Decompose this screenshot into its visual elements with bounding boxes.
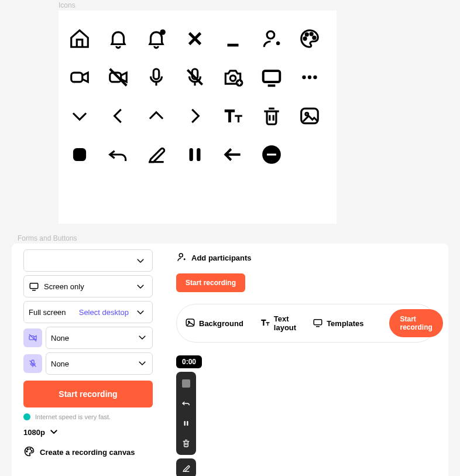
undo-icon bbox=[104, 141, 132, 169]
mic-toggle[interactable] bbox=[23, 354, 42, 373]
camera-select-label: None bbox=[51, 334, 137, 343]
tool-trash[interactable] bbox=[178, 435, 194, 451]
seg-background[interactable]: Background bbox=[183, 314, 246, 333]
arrow-left-icon bbox=[219, 141, 247, 169]
svg-rect-12 bbox=[263, 71, 280, 82]
forms-left: Screen only Full screen Select desktop N… bbox=[23, 249, 153, 476]
svg-rect-6 bbox=[71, 73, 83, 82]
select-desktop-link[interactable]: Select desktop bbox=[79, 308, 129, 317]
status-row: Internet speed is very fast. bbox=[23, 413, 153, 420]
source-select[interactable]: Screen only bbox=[23, 275, 153, 297]
create-canvas-label: Create a recording canvas bbox=[40, 448, 135, 457]
svg-point-14 bbox=[308, 76, 311, 79]
camera-row: None bbox=[23, 327, 153, 349]
chevron-down-icon bbox=[133, 255, 147, 266]
start-recording-small-button[interactable]: Start recording bbox=[176, 273, 245, 292]
chevron-down-icon bbox=[49, 426, 59, 439]
svg-rect-34 bbox=[187, 421, 188, 426]
svg-rect-19 bbox=[189, 148, 193, 161]
remove-icon bbox=[258, 141, 286, 169]
bell-badge-icon bbox=[142, 25, 170, 53]
svg-point-3 bbox=[306, 33, 308, 36]
close-icon bbox=[181, 25, 209, 53]
quality-label: 1080p bbox=[23, 428, 45, 437]
chevron-down-icon bbox=[137, 358, 147, 370]
desktop-select-label: Full screen bbox=[29, 308, 79, 317]
empty-select[interactable] bbox=[23, 249, 153, 272]
home-icon bbox=[66, 25, 94, 53]
chevron-right-icon bbox=[181, 102, 209, 130]
svg-point-26 bbox=[28, 448, 29, 450]
tool-group bbox=[176, 372, 196, 455]
bell-icon bbox=[104, 25, 132, 53]
camera-plus-icon bbox=[219, 63, 247, 91]
trash-icon bbox=[258, 102, 286, 130]
mic-select[interactable]: None bbox=[46, 352, 153, 375]
camera-select[interactable]: None bbox=[46, 327, 153, 349]
chevron-up-icon bbox=[142, 102, 170, 130]
image-icon bbox=[185, 317, 195, 330]
svg-point-17 bbox=[305, 112, 308, 115]
chevron-down-icon bbox=[137, 332, 147, 344]
seg-background-label: Background bbox=[199, 319, 243, 328]
add-participants-button[interactable]: Add participants bbox=[176, 252, 437, 264]
desktop-select[interactable]: Full screen Select desktop bbox=[23, 301, 153, 323]
text-layout-icon bbox=[219, 102, 247, 130]
svg-point-31 bbox=[188, 321, 190, 322]
svg-point-0 bbox=[160, 29, 166, 35]
create-canvas-button[interactable]: Create a recording canvas bbox=[23, 446, 153, 459]
svg-rect-8 bbox=[153, 69, 159, 79]
tool-column bbox=[176, 372, 437, 476]
monitor-icon bbox=[29, 281, 39, 292]
user-plus-icon bbox=[258, 25, 286, 53]
tool-edit[interactable] bbox=[176, 458, 196, 476]
mic-off-icon bbox=[181, 63, 209, 91]
chevron-down-icon bbox=[133, 281, 147, 292]
video-icon bbox=[66, 63, 94, 91]
mic-row: None bbox=[23, 352, 153, 375]
start-recording-button[interactable]: Start recording bbox=[23, 381, 153, 407]
timer-display: 0:00 bbox=[176, 355, 202, 368]
add-participants-label: Add participants bbox=[191, 254, 252, 262]
video-off-icon bbox=[104, 63, 132, 91]
segmented-toolbar: Background Text layout Templates Start r… bbox=[176, 304, 437, 343]
text-layout-icon bbox=[260, 317, 270, 330]
svg-point-25 bbox=[26, 451, 28, 452]
svg-point-15 bbox=[314, 76, 317, 79]
svg-rect-22 bbox=[30, 283, 38, 289]
status-indicator bbox=[23, 413, 30, 420]
tool-stop[interactable] bbox=[178, 375, 194, 392]
monitor-icon bbox=[313, 317, 323, 330]
chevron-down-icon bbox=[66, 102, 94, 130]
svg-point-13 bbox=[303, 76, 306, 79]
svg-point-1 bbox=[267, 31, 274, 39]
chevron-down-icon bbox=[133, 307, 147, 317]
palette-icon bbox=[296, 25, 324, 53]
seg-text-layout[interactable]: Text layout bbox=[258, 311, 298, 335]
svg-rect-33 bbox=[184, 421, 186, 426]
monitor-icon bbox=[258, 63, 286, 91]
forms-right: Add participants Start recording Backgro… bbox=[176, 249, 437, 476]
stop-icon bbox=[66, 141, 94, 169]
image-icon bbox=[296, 102, 324, 130]
more-icon bbox=[296, 63, 324, 91]
status-text: Internet speed is very fast. bbox=[35, 413, 111, 420]
camera-toggle[interactable] bbox=[23, 328, 42, 347]
seg-start-recording[interactable]: Start recording bbox=[389, 309, 442, 337]
svg-point-27 bbox=[30, 448, 31, 450]
tool-undo[interactable] bbox=[178, 395, 194, 412]
svg-rect-18 bbox=[73, 148, 86, 161]
icons-panel bbox=[59, 11, 337, 224]
tool-pause[interactable] bbox=[178, 415, 194, 432]
palette-icon bbox=[23, 446, 35, 459]
svg-rect-32 bbox=[314, 319, 322, 324]
svg-point-2 bbox=[304, 37, 306, 40]
mic-icon bbox=[142, 63, 170, 91]
seg-templates[interactable]: Templates bbox=[310, 314, 366, 333]
quality-select[interactable]: 1080p bbox=[23, 426, 153, 439]
seg-templates-label: Templates bbox=[327, 319, 363, 328]
source-select-label: Screen only bbox=[44, 282, 133, 291]
svg-point-29 bbox=[179, 254, 183, 257]
user-plus-icon bbox=[176, 252, 187, 264]
edit-icon bbox=[142, 141, 170, 169]
